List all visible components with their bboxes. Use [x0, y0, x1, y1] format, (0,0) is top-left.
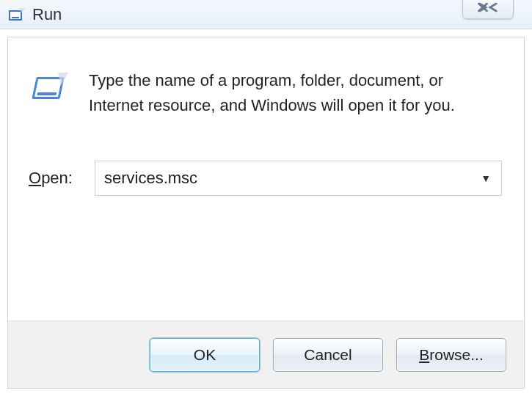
- svg-rect-2: [12, 17, 19, 18]
- open-row: Open: ▼: [8, 118, 524, 196]
- run-dialog-window: Run: [0, 0, 532, 396]
- chevron-down-icon[interactable]: ▼: [481, 172, 491, 184]
- open-input[interactable]: [104, 169, 492, 188]
- run-icon: [9, 8, 25, 21]
- svg-rect-5: [37, 92, 57, 95]
- dialog-body: Type the name of a program, folder, docu…: [7, 37, 525, 389]
- titlebar: Run: [0, 0, 532, 29]
- close-icon: [477, 0, 500, 16]
- cancel-button[interactable]: Cancel: [273, 338, 383, 372]
- close-button[interactable]: [462, 0, 514, 19]
- run-logo-icon: [29, 73, 68, 109]
- description-row: Type the name of a program, folder, docu…: [8, 37, 524, 118]
- open-combobox[interactable]: ▼: [95, 161, 502, 196]
- open-label: Open:: [29, 169, 76, 188]
- ok-button[interactable]: OK: [150, 338, 260, 372]
- button-row: OK Cancel Browse...: [8, 320, 524, 388]
- window-title: Run: [32, 5, 62, 24]
- browse-button[interactable]: Browse...: [396, 338, 506, 372]
- description-text: Type the name of a program, folder, docu…: [89, 68, 502, 118]
